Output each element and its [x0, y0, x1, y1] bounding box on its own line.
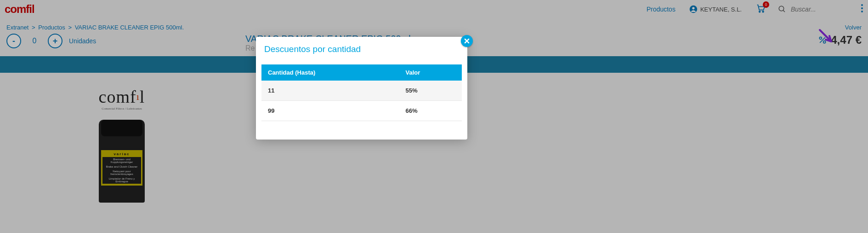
close-icon — [464, 38, 470, 44]
table-row: 11 55% — [261, 81, 462, 101]
col-value: Valor — [399, 64, 462, 81]
col-quantity: Cantidad (Hasta) — [261, 64, 399, 81]
cell-val: 66% — [399, 101, 462, 121]
discounts-table: Cantidad (Hasta) Valor 11 55% 99 66% — [261, 64, 462, 121]
cell-val: 55% — [399, 81, 462, 101]
cell-qty: 11 — [261, 81, 399, 101]
cell-qty: 99 — [261, 101, 399, 121]
discounts-modal: Descuentos por cantidad Cantidad (Hasta)… — [256, 37, 467, 140]
modal-title: Descuentos por cantidad — [256, 37, 467, 64]
modal-close-button[interactable] — [461, 35, 473, 47]
table-row: 99 66% — [261, 101, 462, 121]
